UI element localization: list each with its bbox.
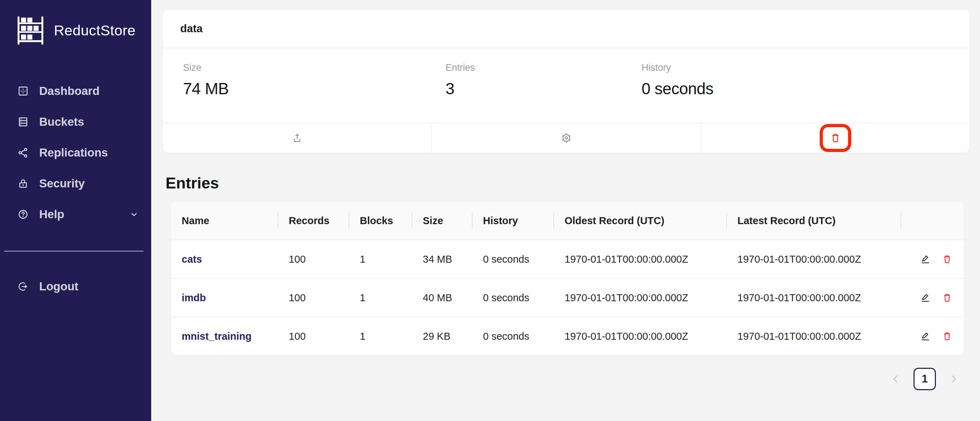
cell-history: 0 seconds [473, 317, 554, 355]
cell-blocks: 1 [349, 317, 412, 355]
bucket-stats: Size 74 MB Entries 3 History 0 seconds [163, 48, 969, 123]
edit-icon [920, 254, 931, 265]
edit-icon [920, 331, 931, 341]
sidebar-nav: Dashboard Buckets [0, 76, 151, 230]
stat-value: 74 MB [183, 79, 445, 98]
click-highlight-annotation [820, 124, 851, 152]
delete-icon [942, 331, 952, 341]
delete-entry-button[interactable] [942, 254, 952, 265]
stat-label: Entries [445, 62, 641, 73]
chevron-left-icon [890, 373, 902, 385]
delete-bucket-button[interactable] [700, 123, 969, 153]
cell-history: 0 seconds [473, 240, 554, 279]
delete-entry-button[interactable] [942, 331, 952, 341]
edit-entry-button[interactable] [920, 292, 931, 303]
cell-records: 100 [278, 240, 349, 279]
cell-blocks: 1 [349, 240, 412, 279]
column-header-records: Records [278, 202, 349, 240]
cell-size: 40 MB [412, 279, 473, 317]
stat-history: History 0 seconds [641, 62, 969, 123]
table-row: imdb 100 1 40 MB 0 seconds 1970-01-01T00… [171, 279, 964, 317]
logo: ReductStore [0, 0, 151, 46]
main-content: data Size 74 MB Entries 3 History 0 seco… [151, 0, 980, 421]
cell-size: 29 KB [412, 317, 473, 355]
buckets-icon [18, 116, 29, 128]
stat-entries: Entries 3 [445, 62, 641, 123]
cell-oldest: 1970-01-01T00:00:00.000Z [554, 240, 727, 279]
table-row: mnist_training 100 1 29 KB 0 seconds 197… [171, 317, 964, 355]
delete-icon [942, 292, 952, 303]
cell-records: 100 [278, 317, 349, 355]
sidebar-item-label: Replications [39, 146, 108, 159]
entries-table: Name Records Blocks Size History Oldest … [171, 202, 964, 355]
pagination: 1 [163, 368, 969, 390]
bucket-title: data [163, 10, 969, 48]
settings-icon [561, 132, 572, 144]
chevron-right-icon [948, 373, 960, 385]
page-1-button[interactable]: 1 [913, 368, 936, 390]
sidebar-item-security[interactable]: Security [0, 168, 151, 199]
table-row: cats 100 1 34 MB 0 seconds 1970-01-01T00… [171, 240, 964, 279]
logout-label: Logout [39, 280, 78, 293]
logout-icon [18, 281, 29, 292]
bucket-settings-button[interactable] [431, 123, 700, 153]
cell-blocks: 1 [349, 279, 412, 317]
stat-label: Size [183, 62, 445, 73]
sidebar-item-help[interactable]: Help [0, 199, 151, 230]
column-header-history: History [473, 202, 554, 240]
stat-value: 0 seconds [641, 79, 969, 98]
cell-latest: 1970-01-01T00:00:00.000Z [727, 279, 901, 317]
column-header-oldest: Oldest Record (UTC) [554, 202, 727, 240]
bucket-actions [163, 123, 969, 153]
entry-link[interactable]: imdb [181, 292, 206, 303]
sidebar-divider [4, 251, 143, 252]
chevron-down-icon[interactable] [129, 209, 139, 220]
upload-entry-button[interactable] [163, 123, 431, 153]
entry-link[interactable]: mnist_training [181, 331, 251, 342]
stat-label: History [641, 62, 969, 73]
cell-latest: 1970-01-01T00:00:00.000Z [727, 317, 901, 355]
edit-entry-button[interactable] [920, 254, 931, 265]
cell-oldest: 1970-01-01T00:00:00.000Z [554, 317, 727, 355]
cell-records: 100 [278, 279, 349, 317]
entries-table-card: Name Records Blocks Size History Oldest … [171, 202, 964, 355]
security-icon [18, 178, 29, 189]
stat-value: 3 [445, 79, 641, 98]
delete-entry-button[interactable] [942, 292, 952, 303]
entries-heading: Entries [165, 174, 969, 193]
table-header-row: Name Records Blocks Size History Oldest … [171, 202, 964, 240]
entry-link[interactable]: cats [181, 254, 202, 265]
edit-icon [920, 292, 931, 303]
column-header-name: Name [171, 202, 278, 240]
column-header-actions [901, 202, 964, 240]
column-header-size: Size [412, 202, 473, 240]
logout-button[interactable]: Logout [0, 271, 151, 302]
delete-icon [942, 254, 952, 265]
cell-size: 34 MB [412, 240, 473, 279]
sidebar-item-label: Dashboard [39, 85, 99, 98]
next-page-button[interactable] [948, 373, 960, 385]
cell-latest: 1970-01-01T00:00:00.000Z [727, 240, 901, 279]
sidebar-item-label: Security [39, 177, 85, 190]
replications-icon [18, 147, 29, 158]
cell-oldest: 1970-01-01T00:00:00.000Z [554, 279, 727, 317]
column-header-blocks: Blocks [349, 202, 412, 240]
upload-icon [291, 132, 303, 144]
previous-page-button[interactable] [890, 373, 902, 385]
bucket-card: data Size 74 MB Entries 3 History 0 seco… [163, 10, 969, 153]
app-title: ReductStore [54, 22, 135, 39]
dashboard-icon [18, 86, 29, 97]
sidebar-item-label: Buckets [39, 115, 84, 129]
sidebar-item-dashboard[interactable]: Dashboard [0, 76, 151, 107]
sidebar-item-label: Help [39, 208, 64, 221]
stat-size: Size 74 MB [183, 62, 445, 123]
sidebar: ReductStore Dashboard [0, 0, 151, 421]
column-header-latest: Latest Record (UTC) [727, 202, 901, 240]
delete-icon [830, 132, 841, 144]
sidebar-item-replications[interactable]: Replications [0, 137, 151, 168]
cell-history: 0 seconds [473, 279, 554, 317]
reductstore-logo-icon [15, 15, 46, 46]
sidebar-item-buckets[interactable]: Buckets [0, 107, 151, 137]
help-icon [18, 209, 29, 220]
edit-entry-button[interactable] [920, 331, 931, 341]
